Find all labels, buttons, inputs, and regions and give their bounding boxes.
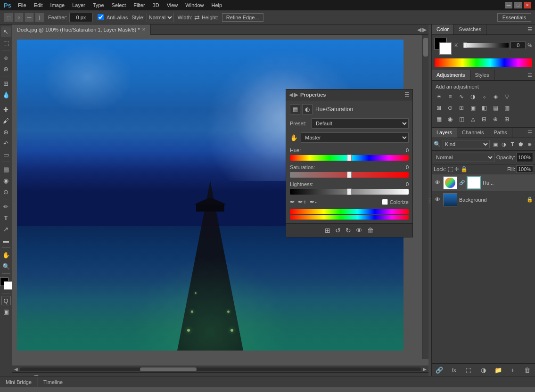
k-slider-track[interactable] bbox=[463, 43, 509, 48]
light-thumb[interactable] bbox=[347, 188, 352, 195]
color-tab[interactable]: Color bbox=[432, 24, 454, 34]
layer-visibility-bg[interactable]: 👁 bbox=[434, 196, 441, 204]
hscroll-thumb[interactable] bbox=[140, 368, 197, 371]
layer-adj-btn[interactable]: ◑ bbox=[478, 366, 488, 374]
menu-view[interactable]: View bbox=[164, 2, 181, 8]
layers-kind-select[interactable]: Kind bbox=[443, 140, 490, 148]
sat-track[interactable] bbox=[290, 172, 409, 178]
layer-delete-btn[interactable]: 🗑 bbox=[523, 366, 532, 374]
marquee-tool[interactable]: ⬚ bbox=[1, 38, 11, 48]
lock-move-icon[interactable]: ✛ bbox=[454, 166, 459, 172]
colorize-checkbox[interactable] bbox=[382, 199, 388, 205]
reset-btn[interactable]: ↻ bbox=[346, 227, 351, 234]
k-slider-thumb[interactable] bbox=[463, 42, 467, 48]
layer-link-btn[interactable]: 🔗 bbox=[435, 366, 444, 374]
rect-marquee-btn[interactable]: ⬚ bbox=[4, 13, 13, 22]
adj-5[interactable]: ⊟ bbox=[479, 114, 489, 124]
adj-color-lookup-icon[interactable]: ▣ bbox=[468, 103, 478, 113]
eyedropper-tool[interactable]: 💧 bbox=[1, 90, 11, 100]
menu-filter[interactable]: Filter bbox=[131, 2, 148, 8]
light-track[interactable] bbox=[290, 189, 409, 195]
adj-curves-icon[interactable]: ∿ bbox=[456, 91, 467, 102]
adj-levels-icon[interactable]: ≡ bbox=[445, 91, 455, 102]
eyedropper-btn-add[interactable]: ✒+ bbox=[298, 198, 307, 205]
prop-back-arrow[interactable]: ◀ bbox=[289, 91, 293, 98]
adjustments-tab[interactable]: Adjustments bbox=[432, 70, 470, 80]
text-tool[interactable]: T bbox=[1, 212, 11, 223]
eraser-tool[interactable]: ▭ bbox=[1, 149, 11, 160]
mask-icon-1[interactable]: ▦ bbox=[290, 104, 300, 114]
blend-mode-select[interactable]: Normal bbox=[434, 153, 494, 162]
layer-item-hue-sat[interactable]: 👁 🔗 Hu... bbox=[432, 174, 535, 191]
brush-tool[interactable]: 🖌 bbox=[1, 115, 11, 126]
lock-pixels-icon[interactable]: ⬚ bbox=[448, 166, 453, 172]
menu-type[interactable]: Type bbox=[90, 2, 107, 8]
tab-scroll-left[interactable]: ◀ bbox=[417, 26, 421, 33]
shape-tool[interactable]: ▬ bbox=[1, 235, 11, 245]
fill-input[interactable] bbox=[516, 165, 533, 173]
history-brush-tool[interactable]: ↶ bbox=[1, 138, 11, 148]
layer-link-icon[interactable]: 🔗 bbox=[459, 180, 465, 186]
color-spectrum-bar[interactable] bbox=[435, 58, 532, 67]
eyedropper-btn-sub[interactable]: ✒- bbox=[310, 198, 317, 205]
layers-tab[interactable]: Layers bbox=[432, 128, 457, 138]
sat-thumb[interactable] bbox=[347, 172, 352, 178]
mask-icon-2[interactable]: ◐ bbox=[302, 104, 313, 114]
timeline-prev[interactable]: ◀ bbox=[413, 375, 417, 376]
adj-brightness-icon[interactable]: ☀ bbox=[434, 91, 444, 102]
crop-tool[interactable]: ⊞ bbox=[1, 78, 11, 89]
adj-bw-icon[interactable]: ⊠ bbox=[434, 103, 444, 113]
tab-close-button[interactable]: ✕ bbox=[142, 27, 146, 32]
layer-new-btn[interactable]: + bbox=[508, 366, 518, 374]
canvas-vscroll[interactable] bbox=[422, 35, 428, 359]
menu-3d[interactable]: 3D bbox=[150, 2, 162, 8]
adj-6[interactable]: ⊕ bbox=[490, 114, 501, 124]
opacity-input[interactable] bbox=[516, 153, 533, 162]
hue-track[interactable] bbox=[290, 155, 409, 161]
bg-swatch[interactable] bbox=[439, 42, 452, 55]
layer-fx-btn[interactable]: fx bbox=[449, 366, 459, 374]
layer-group-btn[interactable]: 📁 bbox=[494, 366, 503, 374]
anti-alias-checkbox[interactable] bbox=[98, 14, 104, 20]
filter-shape-icon[interactable]: ⬟ bbox=[517, 140, 525, 148]
mini-bridge-tab[interactable]: Mini Bridge bbox=[0, 377, 38, 387]
channels-tab[interactable]: Channels bbox=[457, 128, 489, 138]
single-row-btn[interactable]: — bbox=[25, 13, 34, 22]
adj-7[interactable]: ⊞ bbox=[502, 114, 512, 124]
minimize-button[interactable]: — bbox=[505, 2, 512, 8]
timeline-tab[interactable]: Timeline bbox=[38, 377, 68, 387]
paths-tab[interactable]: Paths bbox=[489, 128, 512, 138]
filter-smart-icon[interactable]: ⊕ bbox=[526, 140, 533, 148]
path-select-tool[interactable]: ↗ bbox=[1, 224, 11, 234]
blur-tool[interactable]: ◉ bbox=[1, 175, 11, 186]
zoom-tool[interactable]: 🔍 bbox=[1, 261, 11, 271]
styles-tab[interactable]: Styles bbox=[470, 70, 494, 80]
adj-channel-mixer-icon[interactable]: ⊞ bbox=[456, 103, 467, 113]
menu-select[interactable]: Select bbox=[109, 2, 129, 8]
timeline-next[interactable]: ▶ bbox=[421, 375, 425, 376]
menu-window[interactable]: Window bbox=[182, 2, 206, 8]
menu-edit[interactable]: Edit bbox=[31, 2, 46, 8]
color-swatch-area[interactable] bbox=[0, 278, 12, 290]
quick-mask-tool[interactable]: Q bbox=[1, 296, 11, 305]
menu-file[interactable]: File bbox=[15, 2, 29, 8]
filter-type-icon[interactable]: T bbox=[509, 140, 516, 148]
eyedropper-btn-1[interactable]: ✒ bbox=[290, 198, 295, 205]
filter-pixel-icon[interactable]: ▣ bbox=[492, 140, 499, 148]
properties-menu-button[interactable]: ☰ bbox=[404, 91, 410, 98]
feather-input[interactable] bbox=[69, 13, 93, 22]
vscroll-thumb[interactable] bbox=[423, 38, 428, 57]
prop-forward-arrow[interactable]: ▶ bbox=[294, 91, 298, 98]
adj-gradient-map-icon[interactable]: ▦ bbox=[434, 114, 444, 124]
quick-select-tool[interactable]: ⊕ bbox=[1, 64, 11, 74]
background-color[interactable] bbox=[4, 281, 12, 290]
adj-selective-color-icon[interactable]: ◉ bbox=[445, 114, 455, 124]
maximize-button[interactable]: □ bbox=[514, 2, 522, 8]
zoom-icon[interactable]: 🔲 bbox=[33, 375, 40, 376]
layer-mask-btn[interactable]: ⬚ bbox=[464, 366, 473, 374]
swatches-tab[interactable]: Swatches bbox=[454, 24, 486, 34]
prev-state-btn[interactable]: ↺ bbox=[335, 227, 341, 234]
hscroll-right-btn[interactable]: ▶ bbox=[423, 367, 427, 372]
layer-visibility-hue[interactable]: 👁 bbox=[434, 179, 441, 187]
gradient-tool[interactable]: ▤ bbox=[1, 164, 11, 174]
